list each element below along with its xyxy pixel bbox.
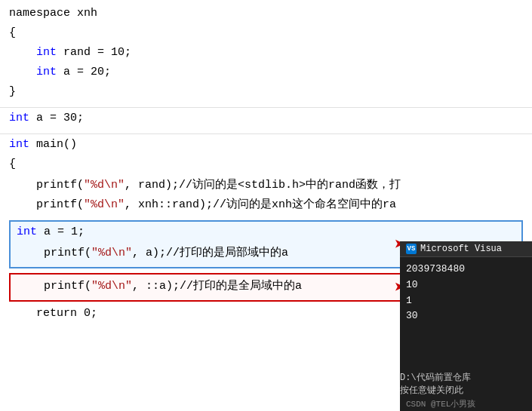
box2-printf-str: "%d\n" bbox=[91, 280, 132, 293]
printf1-pre: printf( bbox=[9, 179, 84, 192]
kw-int-rand: int bbox=[36, 46, 57, 59]
box1-printf-str: "%d\n" bbox=[91, 247, 132, 259]
terminal-line-4: 30 bbox=[406, 308, 526, 324]
terminal-path-2: 按任意键关闭此 bbox=[400, 384, 532, 397]
terminal-line-2: 10 bbox=[406, 278, 526, 293]
printf2-str: "%d\n" bbox=[84, 198, 125, 211]
code-area: namespace xnh { int rand = 10; int a = 2… bbox=[0, 0, 532, 411]
box1-printf-post: , a);//打印的是局部域中的a bbox=[132, 245, 288, 259]
kw-int-a30: int bbox=[9, 112, 29, 124]
code-line-brace-open: { bbox=[0, 26, 532, 45]
printf2-pre: printf( bbox=[9, 198, 84, 211]
code-line-namespace: namespace xnh bbox=[0, 6, 532, 26]
return-text: return 0; bbox=[9, 307, 97, 320]
terminal-output: 2039738480 10 1 30 bbox=[400, 257, 532, 371]
namespace-keyword: namespace xnh bbox=[9, 7, 97, 20]
brace-main-open: { bbox=[9, 158, 16, 170]
terminal-line-3: 1 bbox=[406, 293, 526, 309]
printf1-post: , rand);//访问的是<stdlib.h>中的rand函数，打 bbox=[125, 177, 401, 192]
box2-printf-post: , ::a);//打印的是全局域中的a bbox=[132, 278, 302, 293]
brace-open: { bbox=[9, 26, 16, 39]
code-line-rand: int rand = 10; bbox=[0, 45, 532, 65]
separator-1 bbox=[0, 107, 532, 108]
main-rest: main() bbox=[29, 138, 77, 151]
terminal-title-bar: VS Microsoft Visua bbox=[400, 241, 532, 257]
kw-int-a20: int bbox=[36, 66, 57, 78]
separator-2 bbox=[0, 133, 532, 134]
printf1-str: "%d\n" bbox=[84, 179, 125, 192]
csdn-badge: CSDN @TEL小男孩 bbox=[400, 397, 532, 411]
box1-printf-pre: printf( bbox=[17, 247, 91, 259]
terminal-path: D:\代码前置仓库 按任意键关闭此 bbox=[400, 371, 532, 397]
code-line-printf2: printf( "%d\n" , xnh::rand);//访问的是xnh这个命… bbox=[0, 196, 532, 216]
code-line-main: int main() bbox=[0, 137, 532, 157]
code-line-brace-close-ns: } bbox=[0, 84, 532, 104]
kw-int-main: int bbox=[9, 138, 29, 151]
terminal-line-1: 2039738480 bbox=[406, 262, 526, 278]
box1-kw-int: int bbox=[17, 225, 37, 238]
a20-rest: a = 20; bbox=[57, 66, 111, 78]
code-line-brace-main-open: { bbox=[0, 157, 532, 176]
code-line-a20: int a = 20; bbox=[0, 65, 532, 84]
printf2-post: , xnh::rand);//访问的是xnh这个命名空间中的ra bbox=[125, 197, 396, 211]
vs-icon: VS bbox=[406, 244, 417, 254]
rand-rest: rand = 10; bbox=[57, 46, 131, 59]
terminal-title-text: Microsoft Visua bbox=[420, 244, 502, 254]
terminal-panel: VS Microsoft Visua 2039738480 10 1 30 D:… bbox=[400, 241, 532, 411]
box2-printf-pre: printf( bbox=[17, 280, 91, 293]
code-line-a30: int a = 30; bbox=[0, 111, 532, 130]
brace-close-ns: } bbox=[9, 85, 16, 98]
terminal-path-1: D:\代码前置仓库 bbox=[400, 371, 532, 384]
a30-rest: a = 30; bbox=[29, 112, 84, 124]
box1-line1-rest: a = 1; bbox=[37, 225, 85, 238]
code-line-printf1: printf( "%d\n" , rand);//访问的是<stdlib.h>中… bbox=[0, 176, 532, 196]
